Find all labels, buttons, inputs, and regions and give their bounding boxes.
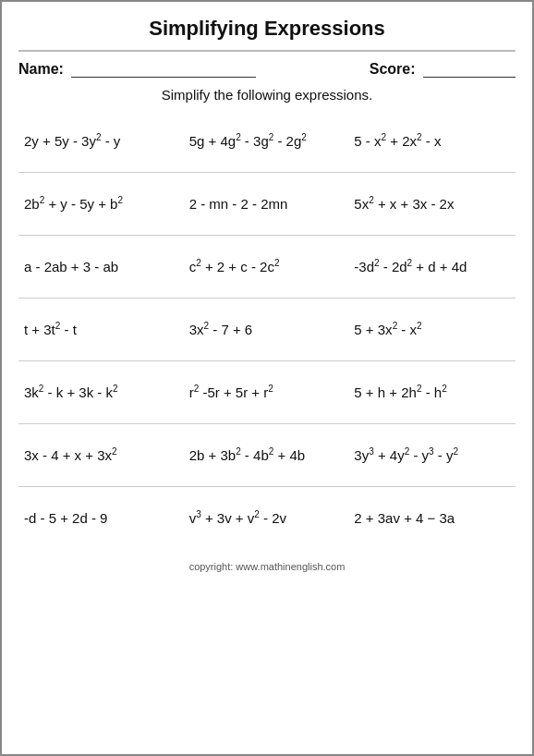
problem-row: t + 3t2 - t 3x2 - 7 + 6 5 + 3x2 - x2 bbox=[18, 299, 516, 361]
problem-cell: 5 + h + 2h2 - h2 bbox=[350, 374, 516, 411]
problem-row: a - 2ab + 3 - ab c2 + 2 + c - 2c2 -3d2 -… bbox=[18, 236, 516, 299]
problem-cell: -3d2 - 2d2 + d + 4d bbox=[350, 249, 516, 286]
problem-row: 3k2 - k + 3k - k2 r2 -5r + 5r + r2 5 + h… bbox=[18, 361, 516, 424]
problem-cell: 2b + 3b2 - 4b2 + 4b bbox=[186, 437, 351, 474]
problem-row: 3x - 4 + x + 3x2 2b + 3b2 - 4b2 + 4b 3y3… bbox=[18, 424, 516, 487]
problem-cell: a - 2ab + 3 - ab bbox=[18, 249, 186, 286]
problem-cell: 5g + 4g2 - 3g2 - 2g2 bbox=[186, 123, 351, 160]
problem-row: -d - 5 + 2d - 9 v3 + 3v + v2 - 2v 2 + 3a… bbox=[18, 487, 516, 550]
problem-cell: c2 + 2 + c - 2c2 bbox=[186, 249, 351, 286]
problem-cell: -d - 5 + 2d - 9 bbox=[18, 500, 186, 537]
copyright-text: copyright: www.mathinenglish.com bbox=[18, 557, 516, 572]
problem-cell: 2b2 + y - 5y + b2 bbox=[18, 186, 186, 223]
score-label: Score: bbox=[370, 61, 416, 77]
name-label: Name: bbox=[18, 61, 64, 77]
problem-cell: 5 + 3x2 - x2 bbox=[350, 311, 516, 348]
problem-cell: 3y3 + 4y2 - y3 - y2 bbox=[350, 437, 516, 474]
score-field: Score: bbox=[370, 61, 516, 78]
instruction-text: Simplify the following expressions. bbox=[18, 87, 516, 103]
problem-cell: 2 - mn - 2 - 2mn bbox=[186, 186, 351, 223]
problem-cell: 2y + 5y - 3y2 - y bbox=[18, 123, 186, 160]
page-title: Simplifying Expressions bbox=[18, 11, 516, 52]
score-line[interactable] bbox=[423, 61, 516, 78]
page: Simplifying Expressions Name: Score: Sim… bbox=[2, 2, 532, 581]
problems-grid: 2y + 5y - 3y2 - y 5g + 4g2 - 3g2 - 2g2 5… bbox=[18, 110, 516, 550]
problem-cell: 5 - x2 + 2x2 - x bbox=[350, 123, 516, 160]
header-row: Name: Score: bbox=[18, 61, 516, 78]
name-field: Name: bbox=[18, 61, 256, 78]
problem-cell: 2 + 3av + 4 − 3a bbox=[350, 500, 516, 537]
problem-cell: r2 -5r + 5r + r2 bbox=[186, 374, 351, 411]
problem-cell: 5x2 + x + 3x - 2x bbox=[350, 186, 516, 223]
problem-cell: 3x2 - 7 + 6 bbox=[186, 311, 351, 348]
name-line[interactable] bbox=[71, 61, 256, 78]
problem-row: 2y + 5y - 3y2 - y 5g + 4g2 - 3g2 - 2g2 5… bbox=[18, 110, 516, 173]
problem-cell: 3k2 - k + 3k - k2 bbox=[18, 374, 186, 411]
problem-cell: v3 + 3v + v2 - 2v bbox=[186, 500, 351, 537]
problem-cell: t + 3t2 - t bbox=[18, 311, 186, 348]
problem-row: 2b2 + y - 5y + b2 2 - mn - 2 - 2mn 5x2 +… bbox=[18, 173, 516, 236]
problem-cell: 3x - 4 + x + 3x2 bbox=[18, 437, 186, 474]
